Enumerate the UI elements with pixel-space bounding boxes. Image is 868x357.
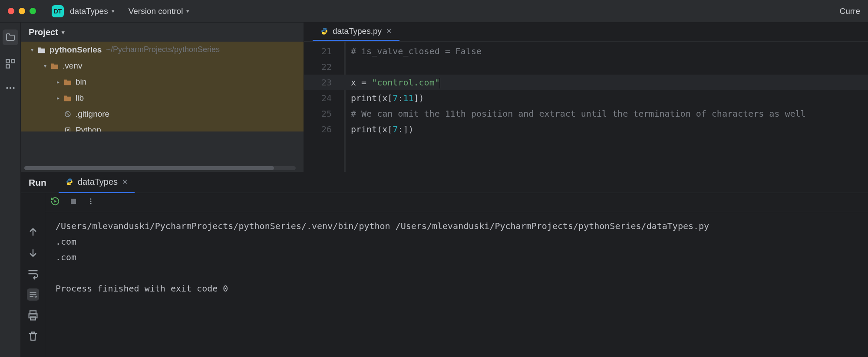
line-number[interactable]: 21 [304,43,332,59]
svg-rect-2 [6,65,10,68]
line-gutter[interactable]: 212223242526 [304,42,344,172]
code-content[interactable]: # is_valve_closed = Falsex = "control.co… [346,42,806,172]
project-badge[interactable]: DT [52,5,64,17]
tree-caret-icon[interactable]: ▸ [55,95,62,101]
tree-horizontal-scrollbar[interactable] [24,166,296,170]
tree-item[interactable]: ▸bin [21,74,304,90]
tree-root-name: pythonSeries [50,45,102,55]
svg-point-4 [9,87,11,89]
soft-wrap-icon[interactable] [27,268,39,280]
tree-item[interactable]: .gitignore [21,106,304,122]
close-run-tab-icon[interactable]: ✕ [122,178,128,186]
project-selector[interactable]: dataTypes ▾ [70,7,115,16]
titlebar: DT dataTypes ▾ Version control ▾ Curre [0,0,868,23]
python-file-icon [320,27,328,35]
more-actions-icon[interactable] [87,197,95,207]
svg-point-14 [90,203,92,204]
clear-icon[interactable] [27,330,39,342]
code-line[interactable]: x = "control.com" [351,75,806,90]
tree-item[interactable]: ▾.venv [21,58,304,74]
tree-item[interactable]: ▸lib [21,90,304,106]
file-icon [63,127,72,134]
svg-point-3 [6,87,8,89]
svg-rect-1 [11,59,15,63]
line-number[interactable]: 23 [304,75,332,90]
tree-root[interactable]: ▾ pythonSeries ~/PycharmProjects/pythonS… [21,42,304,58]
folder-icon [37,46,46,53]
file-icon [63,111,72,118]
tree-caret-icon[interactable]: ▾ [42,63,49,69]
code-editor[interactable]: 212223242526 # is_valve_closed = Falsex … [304,42,868,172]
svg-point-13 [90,201,92,202]
print-icon[interactable] [27,309,39,321]
rerun-icon[interactable] [50,197,60,208]
titlebar-right-cut: Curre [839,7,860,16]
run-output[interactable]: /Users/mlevanduski/PycharmProjects/pytho… [45,212,868,296]
tree-item-label: bin [76,77,86,87]
line-number[interactable]: 25 [304,106,332,121]
scroll-down-icon[interactable] [27,247,39,259]
zoom-window-icon[interactable] [30,8,36,14]
left-tool-rail [0,23,21,357]
tree-item-label: lib [76,93,84,103]
folder-icon [50,62,59,69]
tree-item[interactable]: Python [21,122,304,138]
run-side-toolbar [21,193,45,357]
output-line: .com [56,234,858,249]
chevron-down-icon: ▾ [112,8,115,14]
tree-item-label: .gitignore [76,109,109,119]
project-tool-icon[interactable] [3,29,18,45]
tree-item-label: Python [76,125,101,135]
editor-tab-label: dataTypes.py [333,26,382,36]
python-file-icon [66,178,73,186]
tree-root-path: ~/PycharmProjects/pythonSeries [106,45,220,54]
minimize-window-icon[interactable] [19,8,25,14]
run-config-tab[interactable]: dataTypes ✕ [59,172,135,193]
code-line[interactable]: print(x[7:]) [351,121,806,137]
code-line[interactable]: print(x[7:11]) [351,90,806,106]
tree-item-label: .venv [63,61,82,71]
run-panel: Run dataTypes ✕ [21,172,868,357]
svg-rect-0 [6,59,10,63]
run-title: Run [29,177,46,188]
tree-caret-icon[interactable]: ▸ [55,79,62,85]
scroll-to-end-icon[interactable] [27,288,39,301]
run-header: Run dataTypes ✕ [21,172,868,193]
scroll-up-icon[interactable] [27,226,39,238]
output-line: .com [56,249,858,265]
line-number[interactable]: 26 [304,121,332,137]
run-toolbar [45,193,868,212]
svg-point-5 [13,87,14,89]
svg-point-12 [90,198,92,200]
line-number[interactable]: 22 [304,59,332,75]
chevron-down-icon: ▾ [62,29,65,36]
code-line[interactable]: # is_valve_closed = False [351,43,806,59]
project-panel-title: Project [29,27,58,37]
output-line: /Users/mlevanduski/PycharmProjects/pytho… [56,218,858,234]
code-line[interactable] [351,59,806,75]
close-tab-icon[interactable]: ✕ [386,27,392,35]
folder-icon [63,95,72,102]
text-caret [440,78,440,88]
folder-icon [63,79,72,85]
editor-tab[interactable]: dataTypes.py ✕ [313,22,399,41]
vcs-selector[interactable]: Version control ▾ [129,7,190,16]
vcs-label: Version control [129,7,183,16]
run-config-name: dataTypes [78,177,118,187]
project-name: dataTypes [70,7,108,16]
project-tree-panel: Project ▾ ▾ pythonSeries ~/PycharmProjec… [21,23,304,172]
svg-rect-11 [71,199,76,204]
caret-down-icon[interactable]: ▾ [29,47,36,53]
output-line [56,265,858,281]
line-number[interactable]: 24 [304,90,332,106]
output-line: Process finished with exit code 0 [56,281,858,296]
more-tool-icon[interactable] [5,82,16,94]
project-tree[interactable]: ▾ pythonSeries ~/PycharmProjects/pythonS… [21,42,304,172]
chevron-down-icon: ▾ [186,8,189,14]
window-traffic-lights [8,8,36,14]
structure-tool-icon[interactable] [5,58,16,69]
close-window-icon[interactable] [8,8,14,14]
code-line[interactable]: # We can omit the 11th position and extr… [351,106,806,121]
stop-icon[interactable] [69,197,77,207]
project-tree-header[interactable]: Project ▾ [21,23,304,42]
